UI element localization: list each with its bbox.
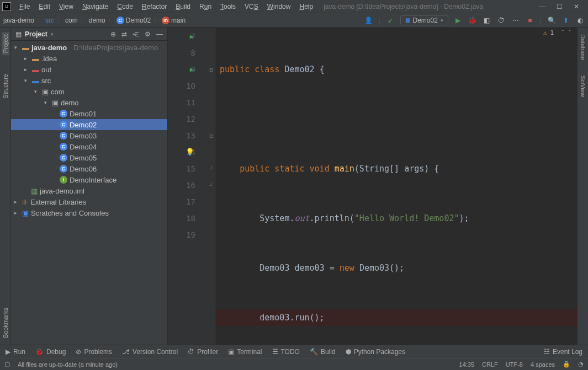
tree-root[interactable]: ▾▬java-demo D:\IdeaProjects\java-demo <box>11 42 167 53</box>
menu-build[interactable]: Build <box>172 2 194 12</box>
menu-edit[interactable]: Edit <box>35 2 54 12</box>
tree-demo[interactable]: ▾▣demo <box>11 97 167 108</box>
status-line-sep[interactable]: CRLF <box>482 361 498 368</box>
tool-tab-project[interactable]: Project <box>2 32 9 55</box>
tool-build[interactable]: 🔨 Build <box>310 348 336 356</box>
collapse-all-icon[interactable]: ⥺ <box>133 30 139 38</box>
editor-area: e.java× CDemo06.java× CDemo05.java× CDem… <box>168 28 577 345</box>
tree-com[interactable]: ▾▣com <box>11 86 167 97</box>
hide-panel-icon[interactable]: — <box>156 30 163 38</box>
tool-tab-bookmarks[interactable]: Bookmarks <box>2 305 9 340</box>
tree-class-demo02[interactable]: CDemo02 <box>11 119 167 130</box>
menu-help[interactable]: Help <box>295 2 317 12</box>
tool-todo[interactable]: ☰ TODO <box>272 348 300 356</box>
lock-icon[interactable]: 🔒 <box>563 361 570 368</box>
menu-bar: IJ File Edit View Navigate Code Refactor… <box>0 0 588 13</box>
sync-icon[interactable]: ⬆ <box>561 16 570 25</box>
fold-end-icon[interactable]: ┘ <box>208 177 215 194</box>
bottom-toolbar: ▶ Run 🐞 Debug ⊘ Problems ⎇ Version Contr… <box>0 345 588 358</box>
menu-window[interactable]: Window <box>263 2 295 12</box>
tool-tab-structure[interactable]: Structure <box>2 72 9 101</box>
menu-vcs[interactable]: VCS <box>241 2 262 12</box>
status-hide-icon[interactable]: ▢ <box>4 361 10 368</box>
code-editor[interactable]: ⚠1 ˆˇ 7▶ 8 9▶ 10 11 12 13 14💡 15 16 17 1… <box>168 28 577 345</box>
breadcrumb: java-demo〉 src〉 com〉 demo〉 C Demo02〉 m m… <box>3 17 186 24</box>
tree-idea[interactable]: ▸▬.idea <box>11 53 167 64</box>
tool-debug[interactable]: 🐞 Debug <box>35 348 66 356</box>
menu-tools[interactable]: Tools <box>216 2 240 12</box>
tree-iml[interactable]: ▦java-demo.iml <box>11 185 167 196</box>
debug-icon[interactable]: 🐞 <box>468 16 477 25</box>
add-user-icon[interactable]: 👤 <box>364 16 373 25</box>
tool-profiler[interactable]: ⏱ Profiler <box>188 348 218 356</box>
run-line-icon[interactable]: ▶ <box>190 28 194 45</box>
tool-python-pkg[interactable]: ⬢ Python Packages <box>346 348 405 356</box>
tool-problems[interactable]: ⊘ Problems <box>76 348 112 356</box>
status-encoding[interactable]: UTF-8 <box>506 361 523 368</box>
crumb-demo[interactable]: demo <box>89 17 105 24</box>
crumb-src[interactable]: src <box>45 17 54 24</box>
class-icon: C <box>116 17 124 24</box>
fold-strip[interactable]: ⊟ ⊟ ┘ ┘ <box>208 28 215 345</box>
expand-all-icon[interactable]: ⇄ <box>121 30 127 38</box>
crumb-com[interactable]: com <box>65 17 78 24</box>
gear-icon[interactable]: ⚙ <box>145 30 151 38</box>
tree-class-demo05[interactable]: CDemo05 <box>11 152 167 163</box>
inspection-overlay[interactable]: ⚠1 ˆˇ <box>543 29 571 36</box>
tool-run[interactable]: ▶ Run <box>6 348 25 356</box>
tree-class-demo03[interactable]: CDemo03 <box>11 130 167 141</box>
tree-class-demo06[interactable]: CDemo06 <box>11 163 167 174</box>
window-title: java-demo [D:\IdeaProjects\java-demo] - … <box>324 3 538 10</box>
profile-icon[interactable]: ⏱ <box>497 16 506 25</box>
ide-settings-icon[interactable]: ◐ <box>576 16 585 25</box>
method-icon: m <box>162 17 169 24</box>
menu-code[interactable]: Code <box>113 2 137 12</box>
run-line-icon[interactable]: ▶ <box>190 61 194 78</box>
status-indent[interactable]: 4 spaces <box>531 361 555 368</box>
search-icon[interactable]: 🔍 <box>547 16 556 25</box>
project-tree: ▾▬java-demo D:\IdeaProjects\java-demo ▸▬… <box>11 41 167 345</box>
code-content[interactable]: public class Demo02 { public static void… <box>215 28 577 345</box>
project-panel-title: Project <box>25 30 47 38</box>
tree-class-demo04[interactable]: CDemo04 <box>11 141 167 152</box>
tree-scratches[interactable]: ▸▣Scratches and Consoles <box>11 207 167 218</box>
select-opened-icon[interactable]: ⊕ <box>110 30 116 38</box>
crumb-method[interactable]: main <box>171 17 186 24</box>
menu-refactor[interactable]: Refactor <box>138 2 171 12</box>
tree-interface[interactable]: IDemoInterface <box>11 174 167 185</box>
tree-class-demo01[interactable]: CDemo01 <box>11 108 167 119</box>
tool-eventlog[interactable]: ☷ Event Log <box>544 348 582 356</box>
tree-out[interactable]: ▸▬out <box>11 64 167 75</box>
stop-icon[interactable]: ■ <box>526 16 534 25</box>
maximize-button[interactable]: ☐ <box>557 3 563 10</box>
menu-file[interactable]: File <box>15 2 34 12</box>
tool-terminal[interactable]: ▣ Terminal <box>228 348 262 356</box>
bulb-icon[interactable]: 💡 <box>186 144 194 160</box>
menu-navigate[interactable]: Navigate <box>78 2 112 12</box>
status-time: 14:35 <box>459 361 475 368</box>
crumb-class[interactable]: Demo02 <box>126 17 151 24</box>
run-config-selector[interactable]: ▦ Demo02 ▾ <box>400 15 448 25</box>
menu-view[interactable]: View <box>55 2 77 12</box>
run-icon[interactable]: ▶ <box>454 16 463 25</box>
tool-vcs[interactable]: ⎇ Version Control <box>122 348 178 356</box>
coverage-icon[interactable]: ◧ <box>483 16 491 25</box>
fold-end-icon[interactable]: ┘ <box>208 160 215 177</box>
gutter[interactable]: 7▶ 8 9▶ 10 11 12 13 14💡 15 16 17 18 19 <box>168 28 208 345</box>
crumb-project[interactable]: java-demo <box>3 17 34 24</box>
tree-ext-libs[interactable]: ▸⊪External Libraries <box>11 196 167 207</box>
hammer-icon[interactable]: ↙ <box>386 16 395 25</box>
tool-tab-sciview[interactable]: SciView <box>579 73 587 99</box>
more-run-icon[interactable]: ⋯ <box>511 16 520 25</box>
fold-icon[interactable]: ⊟ <box>208 127 215 144</box>
tool-tab-database[interactable]: Database <box>579 32 587 62</box>
status-widget-icon[interactable]: ◔ <box>578 361 584 368</box>
project-panel: ▦ Project ▾ ⊕ ⇄ ⥺ ⚙ — ▾▬java-demo D:\Ide… <box>11 28 168 345</box>
close-button[interactable]: ✕ <box>574 3 579 10</box>
right-tool-strip: Database SciView <box>577 28 588 345</box>
menu-run[interactable]: Run <box>195 2 215 12</box>
minimize-button[interactable]: — <box>539 3 545 10</box>
status-message: All files are up-to-date (a minute ago) <box>18 361 118 368</box>
fold-icon[interactable]: ⊟ <box>208 61 215 78</box>
tree-src[interactable]: ▾▬src <box>11 75 167 86</box>
